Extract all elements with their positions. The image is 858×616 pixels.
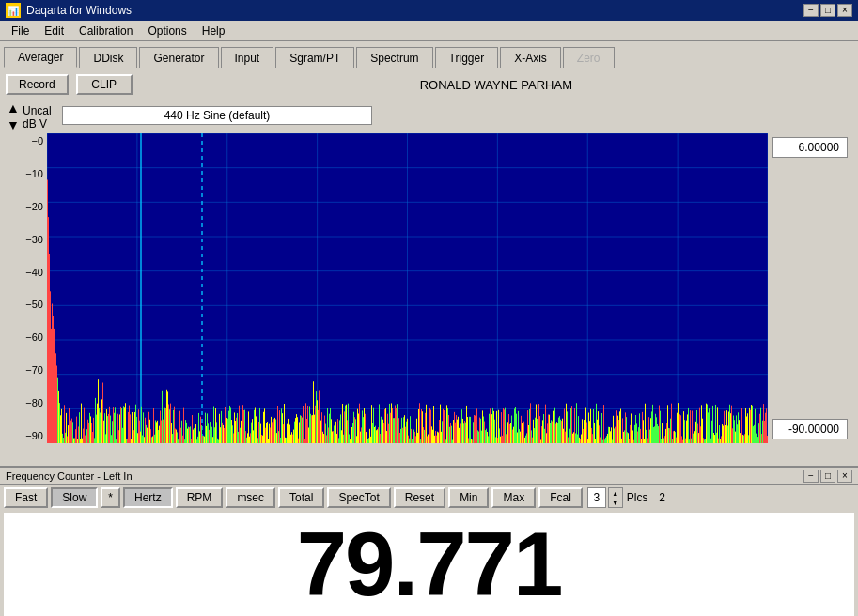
app-icon: 📊 <box>6 3 21 18</box>
chart-container: −0 −10 −20 −30 −40 −50 −60 −70 −80 −90 6… <box>6 133 852 443</box>
titlebar: 📊 Daqarta for Windows − □ × <box>0 0 858 21</box>
y-tick-60: −60 <box>25 331 43 343</box>
signal-label-row: ▲ ▼ Uncal dB V 440 Hz Sine (default) <box>6 100 852 131</box>
y-tick-70: −70 <box>25 364 43 376</box>
menu-help[interactable]: Help <box>195 23 233 39</box>
freq-counter-window: Frequency Counter - Left In − □ × Fast S… <box>0 466 858 616</box>
slow-button[interactable]: Slow <box>51 487 98 508</box>
bottom-window-title: Frequency Counter - Left In <box>6 470 133 482</box>
y-tick-40: −40 <box>25 267 43 278</box>
plcs-up-button[interactable]: ▲ <box>609 488 622 498</box>
y-tick-50: −50 <box>25 299 43 310</box>
y-scroll[interactable]: ▲ ▼ <box>6 101 21 131</box>
min-button[interactable]: Min <box>448 487 489 508</box>
tab-averager[interactable]: Averager <box>4 47 77 68</box>
menubar: File Edit Calibration Options Help <box>0 21 858 41</box>
bottom-maximize-button[interactable]: □ <box>820 470 835 483</box>
menu-calibration[interactable]: Calibration <box>71 23 140 39</box>
bottom-titlebar: Frequency Counter - Left In − □ × <box>0 468 858 485</box>
chart-plot[interactable] <box>47 133 768 443</box>
hertz-button[interactable]: Hertz <box>123 487 173 508</box>
tab-input[interactable]: Input <box>221 47 274 68</box>
plcs-value: 3 <box>587 487 606 508</box>
bottom-value-display: -90.00000 <box>772 419 848 439</box>
fcal-button[interactable]: Fcal <box>538 487 583 508</box>
plcs-group: 3 ▲ ▼ Plcs <box>587 487 650 508</box>
tab-trigger[interactable]: Trigger <box>435 47 499 68</box>
bottom-close-button[interactable]: × <box>837 470 852 483</box>
max-button[interactable]: Max <box>491 487 536 508</box>
main-content: Record CLIP RONALD WAYNE PARHAM ▲ ▼ Unca… <box>0 68 858 447</box>
signal-name-display: 440 Hz Sine (default) <box>62 106 372 125</box>
total-button[interactable]: Total <box>278 487 324 508</box>
app-title: Daqarta for Windows <box>26 4 132 17</box>
right-panel: 6.00000 -90.00000 <box>768 133 852 443</box>
user-name-label: RONALD WAYNE PARHAM <box>140 78 852 92</box>
plcs-spinner[interactable]: ▲ ▼ <box>608 487 623 508</box>
spectrum-canvas <box>47 133 768 443</box>
record-button[interactable]: Record <box>6 74 69 95</box>
fast-button[interactable]: Fast <box>4 487 48 508</box>
top-value-display: 6.00000 <box>772 137 848 158</box>
y-axis-label: Uncal dB V <box>23 104 60 131</box>
msec-button[interactable]: msec <box>226 487 275 508</box>
plcs-down-button[interactable]: ▼ <box>609 498 622 507</box>
menu-options[interactable]: Options <box>140 23 194 39</box>
y-tick-90: −90 <box>25 430 43 441</box>
frequency-value: 79.771 <box>297 513 562 616</box>
toolbar-row: Record CLIP RONALD WAYNE PARHAM <box>6 71 852 98</box>
star-button[interactable]: * <box>101 487 120 508</box>
clip-button[interactable]: CLIP <box>76 74 133 95</box>
tab-ddisk[interactable]: DDisk <box>79 47 137 68</box>
titlebar-left: 📊 Daqarta for Windows <box>6 3 132 18</box>
close-button[interactable]: × <box>837 4 852 17</box>
tab-zero: Zero <box>563 47 615 68</box>
y-tick-20: −20 <box>25 201 43 212</box>
tabbar: Averager DDisk Generator Input Sgram/PT … <box>0 41 858 68</box>
reset-button[interactable]: Reset <box>394 487 445 508</box>
y-tick-30: −30 <box>25 234 43 245</box>
bottom-toolbar: Fast Slow * Hertz RPM msec Total SpecTot… <box>0 485 858 511</box>
tab-xaxis[interactable]: X-Axis <box>500 47 561 68</box>
y-tick-0: −0 <box>31 135 43 146</box>
rpm-button[interactable]: RPM <box>176 487 224 508</box>
bottom-titlebar-buttons: − □ × <box>803 470 852 483</box>
tab-spectrum[interactable]: Spectrum <box>356 47 432 68</box>
bottom-minimize-button[interactable]: − <box>803 470 819 483</box>
y-axis-ticks: −0 −10 −20 −30 −40 −50 −60 −70 −80 −90 <box>6 133 47 443</box>
y-tick-80: −80 <box>25 397 43 408</box>
menu-file[interactable]: File <box>4 23 37 39</box>
right-number-display: 2 <box>652 491 671 504</box>
spectot-button[interactable]: SpecTot <box>327 487 390 508</box>
tab-generator[interactable]: Generator <box>139 47 218 68</box>
titlebar-buttons: − □ × <box>803 4 852 17</box>
y-tick-10: −10 <box>25 168 43 179</box>
tab-sgram[interactable]: Sgram/PT <box>275 47 354 68</box>
menu-edit[interactable]: Edit <box>37 23 71 39</box>
plcs-label: Plcs <box>627 491 648 504</box>
frequency-display: 79.771 <box>4 513 854 616</box>
minimize-button[interactable]: − <box>803 4 819 17</box>
maximize-button[interactable]: □ <box>820 4 835 17</box>
